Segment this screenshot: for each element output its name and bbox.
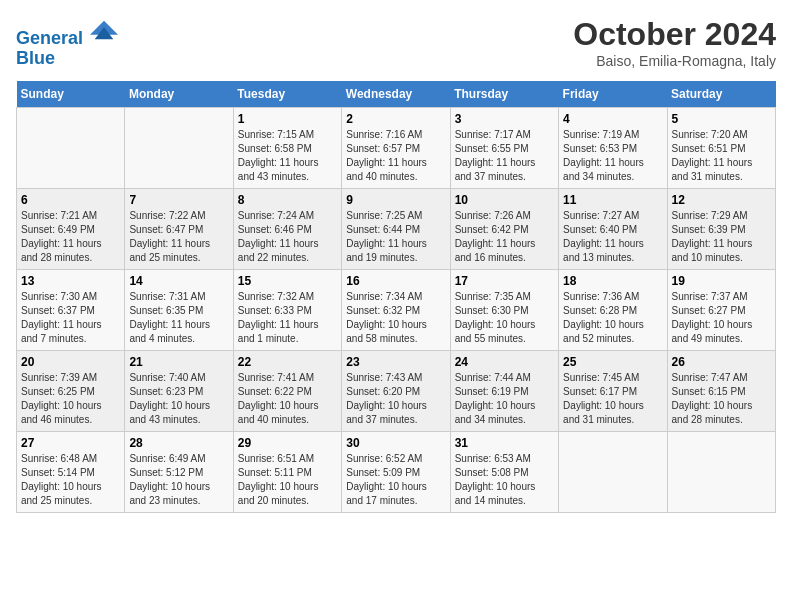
day-info: Sunrise: 7:15 AM Sunset: 6:58 PM Dayligh… <box>238 128 337 184</box>
day-cell: 12Sunrise: 7:29 AM Sunset: 6:39 PM Dayli… <box>667 189 775 270</box>
day-cell: 13Sunrise: 7:30 AM Sunset: 6:37 PM Dayli… <box>17 270 125 351</box>
day-number: 8 <box>238 193 337 207</box>
day-info: Sunrise: 7:36 AM Sunset: 6:28 PM Dayligh… <box>563 290 662 346</box>
day-number: 18 <box>563 274 662 288</box>
day-info: Sunrise: 7:47 AM Sunset: 6:15 PM Dayligh… <box>672 371 771 427</box>
calendar-header: SundayMondayTuesdayWednesdayThursdayFrid… <box>17 81 776 108</box>
day-info: Sunrise: 7:17 AM Sunset: 6:55 PM Dayligh… <box>455 128 554 184</box>
day-cell: 19Sunrise: 7:37 AM Sunset: 6:27 PM Dayli… <box>667 270 775 351</box>
day-cell: 25Sunrise: 7:45 AM Sunset: 6:17 PM Dayli… <box>559 351 667 432</box>
day-number: 12 <box>672 193 771 207</box>
day-cell: 20Sunrise: 7:39 AM Sunset: 6:25 PM Dayli… <box>17 351 125 432</box>
day-number: 13 <box>21 274 120 288</box>
day-info: Sunrise: 7:24 AM Sunset: 6:46 PM Dayligh… <box>238 209 337 265</box>
day-number: 24 <box>455 355 554 369</box>
day-info: Sunrise: 7:43 AM Sunset: 6:20 PM Dayligh… <box>346 371 445 427</box>
day-number: 23 <box>346 355 445 369</box>
day-info: Sunrise: 7:37 AM Sunset: 6:27 PM Dayligh… <box>672 290 771 346</box>
day-cell: 23Sunrise: 7:43 AM Sunset: 6:20 PM Dayli… <box>342 351 450 432</box>
day-number: 16 <box>346 274 445 288</box>
day-cell <box>17 108 125 189</box>
day-cell: 15Sunrise: 7:32 AM Sunset: 6:33 PM Dayli… <box>233 270 341 351</box>
month-title: October 2024 <box>573 16 776 53</box>
day-number: 15 <box>238 274 337 288</box>
week-row-1: 1Sunrise: 7:15 AM Sunset: 6:58 PM Daylig… <box>17 108 776 189</box>
logo-blue: Blue <box>16 49 118 69</box>
day-info: Sunrise: 7:34 AM Sunset: 6:32 PM Dayligh… <box>346 290 445 346</box>
title-area: October 2024 Baiso, Emilia-Romagna, Ital… <box>573 16 776 69</box>
day-info: Sunrise: 7:40 AM Sunset: 6:23 PM Dayligh… <box>129 371 228 427</box>
day-cell: 29Sunrise: 6:51 AM Sunset: 5:11 PM Dayli… <box>233 432 341 513</box>
day-info: Sunrise: 7:21 AM Sunset: 6:49 PM Dayligh… <box>21 209 120 265</box>
day-info: Sunrise: 7:30 AM Sunset: 6:37 PM Dayligh… <box>21 290 120 346</box>
day-info: Sunrise: 7:44 AM Sunset: 6:19 PM Dayligh… <box>455 371 554 427</box>
day-cell: 22Sunrise: 7:41 AM Sunset: 6:22 PM Dayli… <box>233 351 341 432</box>
day-number: 2 <box>346 112 445 126</box>
day-info: Sunrise: 7:19 AM Sunset: 6:53 PM Dayligh… <box>563 128 662 184</box>
day-number: 21 <box>129 355 228 369</box>
day-cell: 21Sunrise: 7:40 AM Sunset: 6:23 PM Dayli… <box>125 351 233 432</box>
day-info: Sunrise: 7:25 AM Sunset: 6:44 PM Dayligh… <box>346 209 445 265</box>
day-info: Sunrise: 7:39 AM Sunset: 6:25 PM Dayligh… <box>21 371 120 427</box>
day-cell: 30Sunrise: 6:52 AM Sunset: 5:09 PM Dayli… <box>342 432 450 513</box>
day-info: Sunrise: 7:31 AM Sunset: 6:35 PM Dayligh… <box>129 290 228 346</box>
day-header-tuesday: Tuesday <box>233 81 341 108</box>
day-header-saturday: Saturday <box>667 81 775 108</box>
day-info: Sunrise: 7:32 AM Sunset: 6:33 PM Dayligh… <box>238 290 337 346</box>
day-cell: 14Sunrise: 7:31 AM Sunset: 6:35 PM Dayli… <box>125 270 233 351</box>
day-cell: 7Sunrise: 7:22 AM Sunset: 6:47 PM Daylig… <box>125 189 233 270</box>
day-cell: 9Sunrise: 7:25 AM Sunset: 6:44 PM Daylig… <box>342 189 450 270</box>
day-cell <box>559 432 667 513</box>
day-number: 27 <box>21 436 120 450</box>
day-cell: 17Sunrise: 7:35 AM Sunset: 6:30 PM Dayli… <box>450 270 558 351</box>
day-number: 9 <box>346 193 445 207</box>
day-number: 26 <box>672 355 771 369</box>
day-number: 25 <box>563 355 662 369</box>
day-number: 4 <box>563 112 662 126</box>
day-cell <box>667 432 775 513</box>
day-cell: 4Sunrise: 7:19 AM Sunset: 6:53 PM Daylig… <box>559 108 667 189</box>
day-number: 22 <box>238 355 337 369</box>
day-number: 5 <box>672 112 771 126</box>
day-cell: 31Sunrise: 6:53 AM Sunset: 5:08 PM Dayli… <box>450 432 558 513</box>
day-info: Sunrise: 7:29 AM Sunset: 6:39 PM Dayligh… <box>672 209 771 265</box>
logo-icon <box>90 16 118 44</box>
day-info: Sunrise: 6:53 AM Sunset: 5:08 PM Dayligh… <box>455 452 554 508</box>
day-info: Sunrise: 7:26 AM Sunset: 6:42 PM Dayligh… <box>455 209 554 265</box>
day-number: 11 <box>563 193 662 207</box>
logo-general: General <box>16 28 83 48</box>
week-row-5: 27Sunrise: 6:48 AM Sunset: 5:14 PM Dayli… <box>17 432 776 513</box>
day-cell <box>125 108 233 189</box>
day-cell: 10Sunrise: 7:26 AM Sunset: 6:42 PM Dayli… <box>450 189 558 270</box>
day-info: Sunrise: 7:27 AM Sunset: 6:40 PM Dayligh… <box>563 209 662 265</box>
day-info: Sunrise: 7:20 AM Sunset: 6:51 PM Dayligh… <box>672 128 771 184</box>
calendar-body: 1Sunrise: 7:15 AM Sunset: 6:58 PM Daylig… <box>17 108 776 513</box>
day-info: Sunrise: 7:45 AM Sunset: 6:17 PM Dayligh… <box>563 371 662 427</box>
day-cell: 24Sunrise: 7:44 AM Sunset: 6:19 PM Dayli… <box>450 351 558 432</box>
day-info: Sunrise: 7:41 AM Sunset: 6:22 PM Dayligh… <box>238 371 337 427</box>
day-number: 28 <box>129 436 228 450</box>
week-row-2: 6Sunrise: 7:21 AM Sunset: 6:49 PM Daylig… <box>17 189 776 270</box>
day-header-thursday: Thursday <box>450 81 558 108</box>
location: Baiso, Emilia-Romagna, Italy <box>573 53 776 69</box>
day-cell: 27Sunrise: 6:48 AM Sunset: 5:14 PM Dayli… <box>17 432 125 513</box>
day-info: Sunrise: 7:16 AM Sunset: 6:57 PM Dayligh… <box>346 128 445 184</box>
day-number: 10 <box>455 193 554 207</box>
day-info: Sunrise: 6:51 AM Sunset: 5:11 PM Dayligh… <box>238 452 337 508</box>
day-number: 1 <box>238 112 337 126</box>
logo-text: General <box>16 16 118 49</box>
day-info: Sunrise: 6:49 AM Sunset: 5:12 PM Dayligh… <box>129 452 228 508</box>
day-number: 3 <box>455 112 554 126</box>
page-header: General Blue October 2024 Baiso, Emilia-… <box>16 16 776 69</box>
day-number: 14 <box>129 274 228 288</box>
day-cell: 6Sunrise: 7:21 AM Sunset: 6:49 PM Daylig… <box>17 189 125 270</box>
day-info: Sunrise: 6:52 AM Sunset: 5:09 PM Dayligh… <box>346 452 445 508</box>
day-header-friday: Friday <box>559 81 667 108</box>
day-cell: 11Sunrise: 7:27 AM Sunset: 6:40 PM Dayli… <box>559 189 667 270</box>
day-number: 20 <box>21 355 120 369</box>
week-row-4: 20Sunrise: 7:39 AM Sunset: 6:25 PM Dayli… <box>17 351 776 432</box>
day-cell: 18Sunrise: 7:36 AM Sunset: 6:28 PM Dayli… <box>559 270 667 351</box>
day-number: 31 <box>455 436 554 450</box>
day-info: Sunrise: 7:35 AM Sunset: 6:30 PM Dayligh… <box>455 290 554 346</box>
day-cell: 1Sunrise: 7:15 AM Sunset: 6:58 PM Daylig… <box>233 108 341 189</box>
